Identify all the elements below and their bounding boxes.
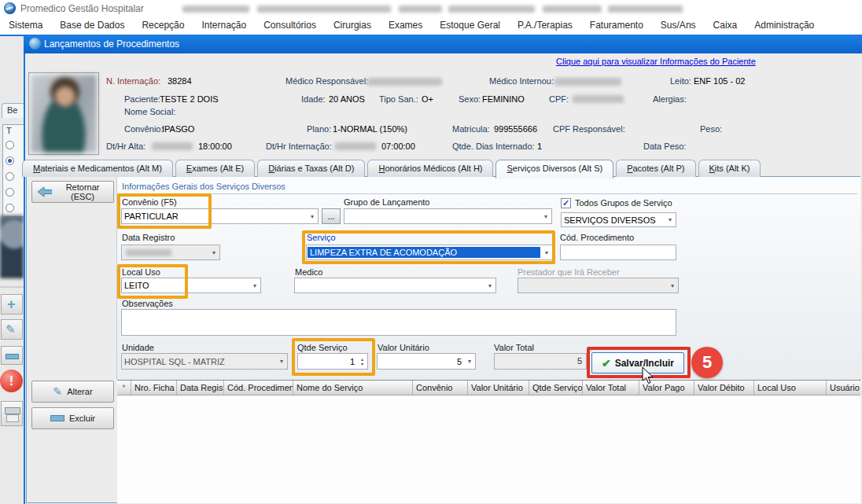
- chevron-down-icon[interactable]: ▾: [208, 249, 219, 256]
- chevron-down-icon[interactable]: ▾: [307, 213, 318, 220]
- column-header-11[interactable]: Local Uso: [754, 381, 827, 395]
- menu-item-0[interactable]: Sistema: [0, 17, 51, 35]
- menu-item-5[interactable]: Cirurgias: [325, 17, 380, 35]
- column-header-5[interactable]: Convênio: [413, 381, 468, 395]
- menu-item-11[interactable]: Caixa: [705, 17, 746, 35]
- convenio-combobox[interactable]: PARTICULAR ▾: [121, 208, 319, 224]
- check-icon: ✔: [602, 357, 611, 370]
- spinner-arrows-icon[interactable]: ▴▾: [357, 357, 367, 366]
- tab-3[interactable]: Honorários Médicos (Alt H): [367, 160, 493, 177]
- menu-item-8[interactable]: P.A./Terapias: [509, 17, 581, 35]
- column-header-7[interactable]: Qtde Serviço: [529, 381, 583, 395]
- excluir-button[interactable]: Excluir: [31, 407, 114, 429]
- peso-label: Peso:: [700, 124, 722, 134]
- app-titlebar: Promedico Gestão Hospitalar: [0, 0, 862, 17]
- menu-item-4[interactable]: Consultórios: [255, 17, 325, 35]
- screen: Promedico Gestão Hospitalar SistemaBase …: [0, 0, 862, 504]
- radio-button[interactable]: [6, 172, 14, 181]
- servico-combobox[interactable]: LIMPEZA EXTRA DE ACOMODAÇÃO ▾: [306, 245, 553, 260]
- salvar-incluir-button[interactable]: ✔ Salvar/Incluir: [591, 352, 684, 373]
- column-header-3[interactable]: Cód. Procediment: [224, 381, 293, 395]
- chevron-down-icon[interactable]: ▾: [484, 282, 495, 289]
- tab-1[interactable]: Exames (Alt E): [175, 160, 255, 177]
- column-header-8[interactable]: Valor Total: [583, 381, 639, 395]
- dialog-title: Lançamentos de Procedimentos: [44, 39, 179, 50]
- menu-item-6[interactable]: Exames: [380, 17, 431, 35]
- patient-info-link[interactable]: Clique aqui para visualizar Informações …: [556, 57, 756, 66]
- menu-item-7[interactable]: Estoque Geral: [431, 17, 509, 35]
- data-registro-combobox[interactable]: ▾: [121, 245, 220, 260]
- paciente-label: Paciente:: [124, 94, 160, 104]
- radio-button[interactable]: [6, 141, 14, 149]
- excluir-label: Excluir: [69, 414, 95, 423]
- convenio-combobox-value: PARTICULAR: [122, 212, 307, 221]
- warning-icon[interactable]: !: [0, 370, 23, 392]
- medico-internou-label: Médico Internou:: [489, 76, 554, 86]
- column-header-0[interactable]: *: [117, 381, 131, 395]
- column-header-1[interactable]: Nro. Ficha: [131, 381, 177, 395]
- menu-item-10[interactable]: Sus/Ans: [652, 17, 705, 35]
- background-tab-fragment[interactable]: Be: [2, 103, 25, 118]
- menu-item-1[interactable]: Base de Dados: [51, 17, 133, 35]
- tab-5[interactable]: Pacotes (Alt P): [616, 160, 695, 177]
- chevron-down-icon[interactable]: ▾: [540, 213, 551, 220]
- results-table-header: *Nro. FichaData RegistCód. ProcedimentNo…: [117, 380, 860, 395]
- radio-button[interactable]: [6, 188, 14, 197]
- remove-button[interactable]: [1, 346, 23, 365]
- tab-2[interactable]: Diárias e Taxas (Alt D): [257, 160, 365, 177]
- plano-value: 1-NORMAL (150%): [333, 124, 407, 134]
- chevron-down-icon[interactable]: ▾: [541, 249, 552, 256]
- valor-unitario-value: 5: [378, 357, 464, 366]
- tab-6[interactable]: Kits (Alt K): [698, 160, 761, 177]
- matricula-value: 999555666: [494, 124, 537, 134]
- tab-4[interactable]: Serviços Diversos (Alt S): [495, 160, 613, 178]
- medico-combobox[interactable]: ▾: [294, 278, 496, 293]
- valor-unitario-combobox[interactable]: 5 ▾: [377, 353, 476, 370]
- column-header-2[interactable]: Data Regist: [177, 381, 224, 395]
- retornar-button[interactable]: Retornar (ESC): [31, 181, 114, 203]
- step-badge: 5: [691, 347, 723, 378]
- convenio-browse-button[interactable]: ...: [322, 208, 341, 224]
- add-button[interactable]: +: [1, 294, 23, 315]
- results-table-body[interactable]: [117, 395, 860, 503]
- servico-label: Serviço: [307, 233, 336, 242]
- pencil-icon: ✎: [53, 385, 62, 398]
- radio-button[interactable]: [6, 204, 14, 212]
- edit-button[interactable]: ✎: [1, 319, 23, 340]
- grupo-lancamento-combobox[interactable]: ▾: [344, 208, 552, 224]
- menu-item-3[interactable]: Internação: [193, 17, 255, 35]
- sexo-value: FEMININO: [482, 94, 525, 104]
- qtde-servico-label: Qtde Serviço: [297, 343, 348, 352]
- tab-0[interactable]: Materiais e Medicamentos (Alt M): [22, 160, 173, 177]
- print-button[interactable]: [1, 401, 23, 426]
- radio-button-selected[interactable]: [6, 156, 14, 165]
- menu-item-9[interactable]: Faturamento: [581, 17, 652, 35]
- cod-procedimento-input[interactable]: [560, 245, 676, 260]
- minus-icon: [50, 415, 64, 421]
- sexo-label: Sexo:: [459, 94, 481, 104]
- divider: [0, 286, 24, 288]
- valor-total-field: 5: [494, 353, 587, 370]
- column-header-10[interactable]: Valor Débito: [694, 381, 754, 395]
- redacted-dthr-internacao: [335, 142, 376, 150]
- valor-total-value: 5: [577, 356, 582, 366]
- qtde-servico-stepper[interactable]: 1 ▴▾: [297, 353, 368, 370]
- menu-item-2[interactable]: Recepção: [133, 17, 193, 35]
- chevron-down-icon[interactable]: ▾: [249, 282, 260, 289]
- alterar-button[interactable]: ✎ Alterar: [31, 381, 114, 403]
- column-header-4[interactable]: Nome do Serviço: [293, 381, 413, 395]
- app-title: Promedico Gestão Hospitalar: [20, 3, 144, 14]
- menu-item-12[interactable]: Administração: [746, 17, 823, 35]
- todos-grupos-checkbox[interactable]: ✓: [561, 198, 571, 208]
- unidade-combobox: HOSPITAL SQL - MATRIZ ▾: [121, 353, 288, 370]
- arrow-left-icon: [37, 186, 52, 197]
- grupo-servico-combobox[interactable]: SERVIÇOS DIVERSOS ▾: [561, 212, 676, 227]
- local-uso-combobox[interactable]: LEITO ▾: [121, 278, 261, 293]
- column-header-12[interactable]: Usuário: [827, 381, 860, 395]
- chevron-down-icon[interactable]: ▾: [665, 216, 676, 223]
- tab-strip: Materiais e Medicamentos (Alt M)Exames (…: [22, 160, 763, 177]
- column-header-6[interactable]: Valor Unitário: [468, 381, 529, 395]
- observacoes-textarea[interactable]: [121, 309, 676, 336]
- chevron-down-icon[interactable]: ▾: [464, 358, 475, 365]
- redacted-medico-responsavel: [367, 78, 442, 86]
